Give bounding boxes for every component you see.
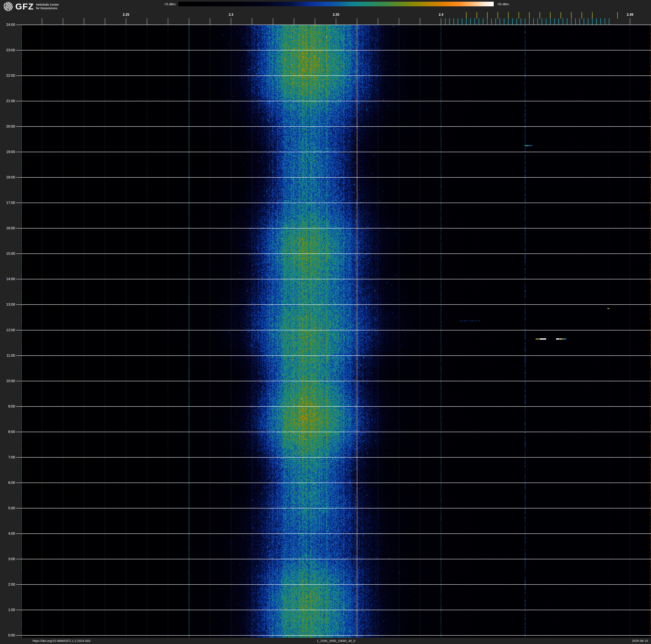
freq-minor-tick — [231, 18, 231, 25]
freq-minor-tick — [336, 18, 336, 25]
wifi-channel-tick — [529, 12, 530, 19]
hour-tick — [16, 482, 21, 483]
time-label: 6:00 — [0, 481, 15, 485]
hour-tick — [16, 25, 21, 25]
time-label: 22:00 — [0, 74, 15, 78]
time-label: 12:00 — [0, 328, 15, 332]
ble-channel-tick — [575, 18, 576, 25]
spectrogram-canvas[interactable] — [21, 25, 651, 638]
hour-tick — [16, 355, 21, 356]
ble-channel-tick — [571, 18, 571, 25]
hour-tick — [16, 457, 21, 458]
ble-channel-tick — [466, 18, 467, 25]
wifi-channel-tick — [571, 12, 571, 19]
footer-bar: https://doi.org/10.5880/GFZ.1.2.2024.003… — [0, 638, 651, 644]
hour-tick — [16, 203, 21, 203]
time-label: 11:00 — [0, 354, 15, 358]
time-label: 8:00 — [0, 430, 15, 434]
freq-minor-tick — [420, 18, 420, 25]
hour-tick — [16, 50, 21, 51]
hour-gridline — [21, 25, 651, 25]
ble-channel-tick — [579, 18, 580, 25]
ble-channel-tick — [454, 18, 454, 25]
time-label: 1:00 — [0, 608, 15, 612]
hour-tick — [16, 304, 21, 305]
ble-channel-tick — [500, 18, 500, 25]
ble-channel-tick — [533, 18, 534, 25]
wifi-channel-tick — [550, 12, 551, 19]
ble-channel-tick — [596, 18, 597, 25]
hour-tick — [16, 508, 21, 508]
wifi-channel-tick — [592, 12, 593, 19]
freq-minor-tick — [630, 18, 630, 25]
ble-channel-tick — [554, 18, 555, 25]
hour-tick — [16, 406, 21, 407]
hour-tick — [16, 76, 21, 76]
hour-gridline — [21, 177, 651, 178]
hour-gridline — [21, 584, 651, 585]
hour-gridline — [21, 203, 651, 203]
hour-gridline — [21, 228, 651, 229]
time-label: 10:00 — [0, 379, 15, 383]
freq-minor-tick — [315, 18, 315, 25]
freq-minor-tick — [126, 18, 126, 25]
ble-channel-tick — [584, 18, 584, 25]
hour-tick — [16, 279, 21, 279]
ble-channel-tick — [529, 18, 530, 25]
hour-tick — [16, 126, 21, 127]
freq-label: 2.35 — [329, 13, 343, 17]
colorbar-min-label: -75 dBm — [147, 2, 176, 6]
hour-gridline — [21, 533, 651, 534]
ble-channel-tick — [470, 18, 471, 25]
time-label: 5:00 — [0, 506, 15, 510]
hour-gridline — [21, 508, 651, 508]
hour-tick — [16, 432, 21, 432]
hour-tick — [16, 381, 21, 381]
ble-channel-tick — [558, 18, 559, 25]
ble-channel-tick — [474, 18, 475, 25]
hour-tick — [16, 254, 21, 254]
ble-channel-tick — [445, 18, 445, 25]
ble-channel-tick — [517, 18, 517, 25]
hour-tick — [16, 228, 21, 229]
hour-tick — [16, 559, 21, 559]
freq-label: 2.3 — [224, 13, 238, 17]
time-label: 3:00 — [0, 557, 15, 561]
ble-channel-tick — [487, 18, 488, 25]
wifi-channel-tick — [497, 12, 498, 19]
time-label: 9:00 — [0, 404, 15, 409]
time-label: 21:00 — [0, 99, 15, 103]
hour-tick — [16, 584, 21, 585]
ble-channel-tick — [567, 18, 567, 25]
gfz-logo-icon — [3, 2, 13, 11]
ble-channel-tick — [483, 18, 484, 25]
freq-minor-tick — [168, 18, 168, 25]
wifi-channel-tick — [582, 12, 582, 19]
date-label: 2025-06-15 — [632, 638, 648, 644]
spectrogram-viewer: GFZ Helmholtz Centre for Geosciences -75… — [0, 0, 651, 644]
hour-gridline — [21, 559, 651, 559]
hour-gridline — [21, 330, 651, 330]
hour-gridline — [21, 381, 651, 381]
hour-tick — [16, 177, 21, 178]
ble-channel-tick — [504, 18, 504, 25]
hour-gridline — [21, 610, 651, 610]
time-label: 16:00 — [0, 226, 15, 230]
ble-channel-tick — [462, 18, 462, 25]
time-label: 2:00 — [0, 582, 15, 587]
hour-tick — [16, 152, 21, 152]
freq-minor-tick — [399, 18, 399, 25]
time-label: 18:00 — [0, 175, 15, 179]
gfz-logo: GFZ Helmholtz Centre for Geosciences — [3, 1, 59, 11]
hour-gridline — [21, 304, 651, 305]
time-label: 0:00 — [0, 633, 15, 638]
freq-minor-tick — [294, 18, 294, 25]
freq-minor-tick — [357, 18, 357, 25]
ble-channel-tick — [600, 18, 601, 25]
time-label: 13:00 — [0, 302, 15, 306]
hour-tick — [16, 610, 21, 610]
ble-channel-tick — [495, 18, 496, 25]
freq-label: 2.4 — [434, 13, 448, 17]
hour-gridline — [21, 254, 651, 254]
hour-gridline — [21, 279, 651, 279]
